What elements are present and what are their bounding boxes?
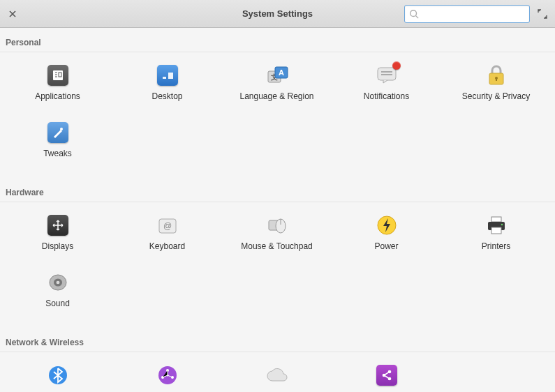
- svg-point-30: [501, 224, 503, 226]
- power-icon: [375, 213, 399, 237]
- svg-point-18: [60, 128, 63, 130]
- search-field[interactable]: [404, 5, 530, 23]
- titlebar: System Settings: [0, 0, 555, 28]
- maximize-icon: [538, 9, 547, 19]
- sound-icon: [46, 271, 70, 294]
- item-label: Printers: [482, 241, 510, 251]
- item-network[interactable]: Network: [112, 359, 222, 392]
- applications-icon: [46, 63, 70, 87]
- svg-line-3: [416, 15, 419, 18]
- item-notifications[interactable]: Notifications: [332, 59, 441, 116]
- close-button[interactable]: [6, 7, 20, 21]
- sharing-icon: [375, 363, 399, 387]
- notifications-icon: [375, 63, 399, 87]
- svg-text:A: A: [279, 68, 284, 77]
- item-language-region[interactable]: 文 A Language & Region: [222, 59, 332, 116]
- tweaks-icon: [46, 121, 70, 144]
- svg-point-33: [56, 281, 59, 285]
- item-label: Displays: [42, 241, 73, 251]
- item-sharing[interactable]: Sharing: [332, 359, 441, 392]
- item-online-accounts[interactable]: Online Accounts: [222, 359, 332, 392]
- maximize-button[interactable]: [535, 7, 549, 21]
- section-header-personal: Personal: [0, 28, 555, 52]
- mouse-icon: [265, 213, 289, 237]
- item-label: Keyboard: [149, 241, 185, 251]
- item-label: Power: [374, 241, 398, 251]
- printer-icon: [484, 213, 508, 237]
- grid-personal: Applications Desktop 文 A: [0, 59, 555, 178]
- bluetooth-icon: [46, 363, 70, 387]
- item-power[interactable]: Power: [332, 209, 441, 266]
- close-icon: [9, 10, 16, 17]
- section-header-hardware: Hardware: [0, 178, 555, 202]
- item-label: Applications: [35, 91, 80, 101]
- item-label: Notifications: [364, 91, 409, 101]
- svg-rect-7: [168, 73, 173, 79]
- svg-rect-12: [378, 68, 396, 80]
- language-icon: 文 A: [265, 63, 289, 87]
- item-sound[interactable]: Sound: [3, 266, 112, 324]
- svg-point-2: [410, 10, 417, 16]
- item-tweaks[interactable]: Tweaks: [3, 116, 112, 174]
- search-icon: [409, 9, 419, 19]
- content: Personal Applications: [0, 28, 555, 392]
- item-label: Security & Privacy: [462, 91, 530, 101]
- item-desktop[interactable]: Desktop: [112, 59, 222, 116]
- grid-network: Bluetooth Network Online: [0, 359, 555, 392]
- item-label: Sound: [45, 299, 70, 308]
- item-mouse-touchpad[interactable]: Mouse & Touchpad: [222, 209, 332, 266]
- keyboard-icon: @: [156, 213, 179, 237]
- svg-rect-27: [491, 217, 501, 222]
- item-keyboard[interactable]: @ Keyboard: [112, 209, 222, 266]
- search-input[interactable]: [422, 9, 525, 19]
- svg-text:@: @: [163, 221, 171, 231]
- grid-hardware: Displays @ Keyboard Mouse & Touchpad: [0, 209, 555, 328]
- svg-rect-6: [163, 77, 166, 79]
- item-label: Mouse & Touchpad: [241, 241, 313, 251]
- section-header-network: Network & Wireless: [0, 328, 555, 352]
- item-applications[interactable]: Applications: [3, 59, 112, 116]
- svg-rect-17: [496, 78, 497, 81]
- window-title: System Settings: [242, 8, 313, 19]
- item-bluetooth[interactable]: Bluetooth: [3, 359, 112, 392]
- item-displays[interactable]: Displays: [3, 209, 112, 266]
- network-icon: [156, 363, 179, 387]
- displays-icon: [46, 213, 70, 237]
- cloud-icon: [265, 363, 289, 387]
- svg-rect-29: [491, 227, 501, 234]
- item-security-privacy[interactable]: Security & Privacy: [441, 59, 551, 116]
- item-printers[interactable]: Printers: [441, 209, 551, 266]
- item-label: Tweaks: [43, 149, 72, 158]
- item-label: Desktop: [151, 91, 182, 101]
- lock-icon: [484, 63, 508, 87]
- desktop-icon: [156, 63, 179, 87]
- item-label: Language & Region: [239, 91, 313, 101]
- notification-badge-icon: [392, 61, 401, 70]
